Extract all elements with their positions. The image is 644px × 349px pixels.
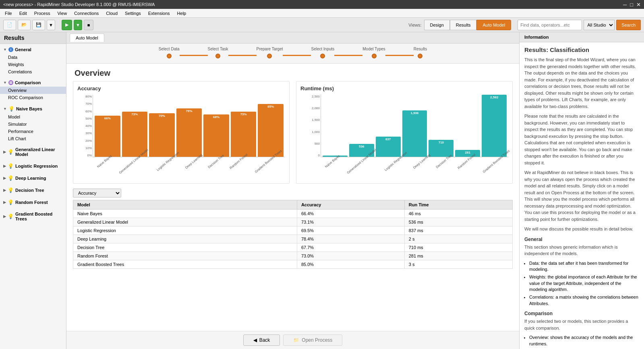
step-select-inputs[interactable]: Select Inputs	[311, 47, 334, 58]
tree-item-roc-comparison[interactable]: ROC Comparison	[0, 94, 66, 101]
right-panel-general-heading: General	[524, 237, 639, 242]
table-row[interactable]: Generalized Linear Model73.1%536 ms	[73, 218, 513, 226]
chevron-rf: ▶	[3, 200, 6, 204]
tree-item-data[interactable]: Data	[0, 54, 66, 61]
nb-model-label: Model	[8, 114, 20, 119]
tree-item-weights[interactable]: Weights	[0, 61, 66, 68]
menu-cloud[interactable]: Cloud	[103, 10, 121, 17]
view-design-button[interactable]: Design	[424, 20, 450, 30]
step1-dot	[167, 54, 172, 58]
minimize-icon[interactable]: ─	[623, 2, 627, 8]
tree-item-nb-liftchart[interactable]: Lift Chart	[0, 135, 66, 142]
back-button[interactable]: ◀ Back	[243, 334, 280, 346]
step4-dot	[320, 54, 325, 58]
table-row[interactable]: Gradient Boosted Trees85.0%3 s	[73, 260, 513, 269]
rf-label: Random Forest	[15, 200, 48, 205]
runtime-bar-4: 710	[429, 95, 453, 157]
naivebayes-label: Naive Bayes	[16, 106, 42, 111]
bulb-icon-naivebayes: 💡	[8, 106, 14, 112]
tree-header-comparison[interactable]: ▼ ⊞ Comparison	[0, 79, 66, 87]
menu-edit[interactable]: Edit	[16, 10, 30, 17]
tree-item-nb-performance[interactable]: Performance	[0, 128, 66, 135]
bulb-icon-deeplearning: 💡	[8, 175, 14, 181]
step4-label: Select Inputs	[311, 47, 334, 51]
tree-item-nb-simulator[interactable]: Simulator	[0, 120, 66, 128]
tree-header-dt[interactable]: ▶ 💡 Decision Tree	[0, 186, 66, 195]
accuracy-bar-2: 70%	[149, 95, 175, 157]
table-row[interactable]: Naive Bayes66.4%46 ms	[73, 210, 513, 218]
tree-header-general[interactable]: ▼ i General	[0, 46, 66, 54]
menu-file[interactable]: File	[2, 10, 15, 17]
menu-view[interactable]: View	[54, 10, 70, 17]
open-button[interactable]: 📂	[18, 20, 31, 30]
right-panel-para2: Please note that the results are calcula…	[524, 113, 639, 166]
tree-item-correlations[interactable]: Correlations	[0, 68, 66, 75]
tree-header-logistic[interactable]: ▶ 💡 Logistic Regression	[0, 162, 66, 170]
step-prepare-target[interactable]: Prepare Target	[257, 47, 283, 58]
right-panel-comparison-heading: Comparison	[524, 311, 639, 316]
tree-header-deeplearning[interactable]: ▶ 💡 Deep Learning	[0, 174, 66, 183]
footer-buttons: ◀ Back 📁 Open Process	[66, 331, 519, 349]
right-panel-para4: We will now discuss the possible results…	[524, 226, 639, 233]
table-row[interactable]: Decision Tree67.7%710 ms	[73, 243, 513, 252]
save-dropdown-button[interactable]: ▼	[47, 20, 55, 30]
search-scope-select[interactable]: All Studio	[584, 20, 615, 30]
accuracy-chart-area: 80% 70% 60% 50% 40% 30% 20% 10% 0%	[77, 95, 285, 179]
title-bar: <new process> - RapidMiner Studio Develo…	[0, 0, 644, 9]
open-process-button[interactable]: 📁 Open Process	[283, 334, 342, 346]
view-automodel-button[interactable]: Auto Model	[476, 20, 511, 30]
chevron-naivebayes: ▼	[3, 107, 7, 111]
view-results-button[interactable]: Results	[450, 20, 477, 30]
menu-settings[interactable]: Settings	[122, 10, 144, 17]
save-button[interactable]: 💾	[32, 20, 45, 30]
chevron-deeplearning: ▶	[3, 176, 6, 180]
table-row[interactable]: Deep Learning78.4%2 s	[73, 235, 513, 243]
runtime-xlabels: Naive BayesGeneralized Linear ModelLogis…	[321, 158, 508, 179]
tree-section-dt: ▶ 💡 Decision Tree	[0, 184, 66, 196]
tab-automodel[interactable]: Auto Model	[70, 33, 104, 42]
maximize-icon[interactable]: □	[630, 2, 633, 8]
run-button[interactable]: ▶	[62, 20, 72, 30]
weights-label: Weights	[8, 62, 24, 67]
runtime-bar-5: 281	[455, 95, 480, 157]
accuracy-chart: Accuracy 80% 70% 60% 50% 40% 30% 20% 10%	[73, 81, 290, 184]
run-dropdown-button[interactable]: ▼	[74, 20, 82, 30]
step-select-task[interactable]: Select Task	[208, 47, 228, 58]
right-panel-general-li2: Weights: the global importance of each A…	[529, 274, 639, 293]
step3-label: Prepare Target	[257, 47, 283, 51]
table-row[interactable]: Random Forest73.0%281 ms	[73, 252, 513, 260]
comparison-label: Comparison	[15, 80, 41, 85]
accuracy-dropdown[interactable]: Accuracy	[73, 189, 121, 197]
tree-header-naivebayes[interactable]: ▼ 💡 Naive Bayes	[0, 104, 66, 113]
overview-label: Overview	[8, 88, 27, 93]
step-results[interactable]: Results	[414, 47, 427, 58]
tree-item-nb-model[interactable]: Model	[0, 113, 66, 120]
chevron-comparison: ▼	[3, 81, 7, 85]
table-row[interactable]: Logistic Regression69.5%837 ms	[73, 226, 513, 235]
step-model-types[interactable]: Model Types	[362, 47, 385, 58]
step2-dot	[215, 54, 220, 58]
window-controls[interactable]: ─ □ ✕	[623, 2, 641, 8]
search-button[interactable]: Search	[616, 20, 641, 30]
step-select-data[interactable]: Select Data	[159, 47, 180, 58]
menu-extensions[interactable]: Extensions	[145, 10, 173, 17]
chevron-logistic: ▶	[3, 164, 6, 168]
close-icon[interactable]: ✕	[636, 2, 641, 8]
toolbar: 📄 📂 💾 ▼ ▶ ▼ ■ Views: Design Results Auto…	[0, 18, 644, 32]
menu-process[interactable]: Process	[31, 10, 54, 17]
gbt-label: Gradient Boosted Trees	[15, 212, 63, 221]
tree-header-glm[interactable]: ▶ 💡 Generalized Linear Model	[0, 145, 66, 158]
charts-row: Accuracy 80% 70% 60% 50% 40% 30% 20% 10%	[66, 81, 519, 184]
tree-header-gbt[interactable]: ▶ 💡 Gradient Boosted Trees	[0, 210, 66, 223]
tree-item-overview[interactable]: Overview	[0, 87, 66, 94]
menu-connections[interactable]: Connections	[71, 10, 102, 17]
tree-header-rf[interactable]: ▶ 💡 Random Forest	[0, 198, 66, 207]
logistic-label: Logistic Regression	[15, 164, 58, 168]
new-button[interactable]: 📄	[3, 20, 16, 30]
step5-dot	[372, 54, 377, 58]
stop-button[interactable]: ■	[84, 20, 94, 30]
search-input[interactable]	[518, 20, 582, 30]
menu-help[interactable]: Help	[174, 10, 190, 17]
dt-label: Decision Tree	[15, 188, 44, 193]
tree-section-general: ▼ i General Data Weights Correlations	[0, 44, 66, 77]
